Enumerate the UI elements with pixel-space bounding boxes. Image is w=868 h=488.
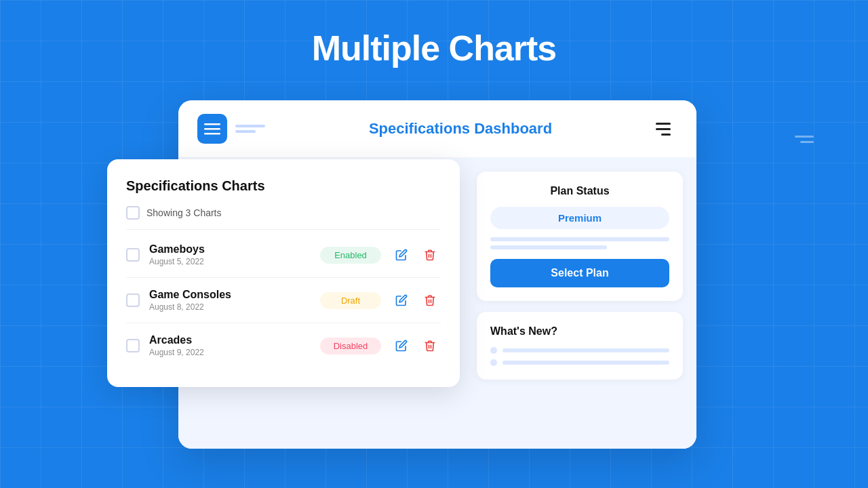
arcades-actions — [391, 335, 441, 357]
gameboys-status: Enabled — [320, 247, 381, 264]
arcades-edit-button[interactable] — [391, 335, 412, 357]
svg-rect-2 — [204, 133, 220, 135]
game-consoles-checkbox[interactable] — [126, 293, 140, 307]
game-consoles-name: Game Consoles — [149, 289, 311, 301]
menu-line-1 — [656, 123, 671, 125]
select-plan-button[interactable]: Select Plan — [490, 259, 669, 287]
gameboys-date: August 5, 2022 — [149, 257, 311, 266]
header-logo-lines — [235, 125, 265, 133]
dashboard-header: Specifications Dashboard — [178, 100, 696, 158]
menu-line-3 — [661, 134, 671, 136]
decorative-lines — [795, 136, 814, 143]
svg-rect-1 — [204, 128, 220, 130]
game-consoles-status: Draft — [320, 292, 381, 309]
arcades-name: Arcades — [149, 334, 311, 346]
whats-new-card: What's New? — [477, 312, 683, 380]
arcades-checkbox[interactable] — [126, 339, 140, 352]
game-consoles-actions — [391, 289, 441, 311]
gameboys-actions — [391, 244, 441, 266]
menu-line-2 — [656, 128, 671, 130]
showing-row: Showing 3 Charts — [126, 206, 441, 230]
new-dot-2 — [490, 359, 497, 366]
new-line-row-1 — [490, 347, 669, 354]
gameboys-name: Gameboys — [149, 243, 311, 256]
whats-new-lines — [490, 347, 669, 366]
new-line-row-2 — [490, 359, 669, 366]
plan-line-2 — [490, 245, 607, 249]
new-dot-1 — [490, 347, 497, 354]
plan-status-card: Plan Status Premium Select Plan — [477, 171, 683, 301]
chart-row-game-consoles: Game Consoles August 8, 2022 Draft — [126, 278, 441, 323]
game-consoles-date: August 8, 2022 — [149, 302, 311, 312]
gameboys-delete-button[interactable] — [419, 244, 441, 266]
plan-lines — [490, 237, 669, 249]
svg-rect-0 — [204, 123, 220, 125]
gameboys-edit-button[interactable] — [391, 244, 412, 266]
new-line-2 — [502, 361, 669, 365]
header-logo — [197, 114, 227, 144]
plan-line-1 — [490, 237, 669, 241]
plan-status-title: Plan Status — [490, 185, 669, 197]
whats-new-title: What's New? — [490, 325, 669, 338]
showing-checkbox[interactable] — [126, 206, 140, 220]
menu-button[interactable] — [656, 118, 677, 140]
arcades-info: Arcades August 9, 2022 — [149, 334, 311, 357]
game-consoles-info: Game Consoles August 8, 2022 — [149, 289, 311, 312]
gameboys-checkbox[interactable] — [126, 248, 140, 262]
dashboard-title: Specifications Dashboard — [265, 120, 656, 138]
specs-card-title: Specifications Charts — [126, 178, 441, 194]
chart-row-gameboys: Gameboys August 5, 2022 Enabled — [126, 232, 441, 278]
premium-badge: Premium — [490, 207, 669, 229]
right-panel: Plan Status Premium Select Plan What's N… — [463, 158, 696, 449]
arcades-delete-button[interactable] — [419, 335, 441, 357]
showing-text: Showing 3 Charts — [146, 207, 222, 218]
gameboys-info: Gameboys August 5, 2022 — [149, 243, 311, 266]
chart-row-arcades: Arcades August 9, 2022 Disabled — [126, 323, 441, 368]
game-consoles-delete-button[interactable] — [419, 289, 441, 311]
page-title: Multiple Charts — [0, 28, 868, 68]
specs-charts-card: Specifications Charts Showing 3 Charts G… — [107, 159, 460, 387]
new-line-1 — [502, 348, 669, 352]
arcades-status: Disabled — [320, 338, 381, 354]
arcades-date: August 9, 2022 — [149, 348, 311, 357]
game-consoles-edit-button[interactable] — [391, 289, 412, 311]
